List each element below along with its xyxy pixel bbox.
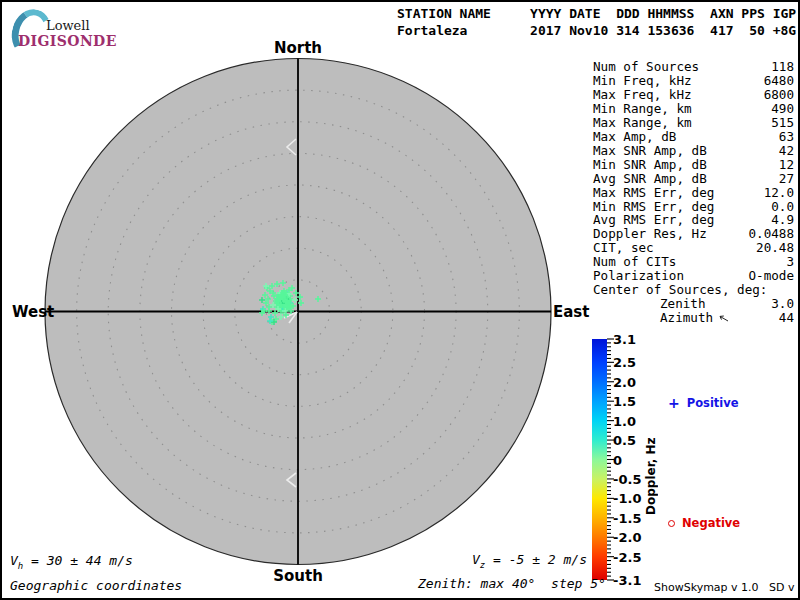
stat-label: Max Freq, kHz	[593, 88, 692, 102]
stat-value: 12	[779, 158, 794, 172]
colorbar-tick-label: -2.0	[613, 530, 641, 545]
stat-row: Center of Sources, deg:	[593, 283, 794, 297]
coordinate-system-label: Geographic coordinates	[10, 578, 182, 593]
legend-negative-label: Negative	[682, 516, 740, 530]
stat-row: Min RMS Err, deg0.0	[593, 200, 794, 214]
stat-row: Num of CITs3	[593, 255, 794, 269]
stat-row: Max Range, km515	[593, 116, 794, 130]
stat-label: Min Freq, kHz	[593, 74, 692, 88]
stat-label: Doppler Res, Hz	[593, 227, 707, 241]
north-label: North	[274, 39, 322, 57]
stat-value: 27	[779, 172, 794, 186]
stat-row: Max RMS Err, deg12.0	[593, 186, 794, 200]
colorbar-title: Doppler, Hz	[644, 390, 658, 515]
stat-value: 3	[786, 255, 794, 269]
stat-value: 0.0488	[749, 227, 795, 241]
stat-value: 4.9	[771, 213, 794, 227]
stat-label: Max SNR Amp, dB	[593, 144, 707, 158]
stat-row: Num of Sources118	[593, 60, 794, 74]
stat-value: 63	[779, 130, 794, 144]
colorbar-tick-label: 0	[613, 452, 622, 467]
plus-icon: +	[668, 398, 680, 408]
vz-var: V	[472, 552, 480, 567]
stat-row: Azimuth44	[593, 311, 794, 325]
stat-row: Max Amp, dB63	[593, 130, 794, 144]
stat-value: O-mode	[749, 269, 795, 283]
stat-value: 6480	[764, 74, 794, 88]
stat-label: Num of Sources	[593, 60, 699, 74]
stat-row: Max SNR Amp, dB42	[593, 144, 794, 158]
stat-label: Min RMS Err, deg	[593, 200, 714, 214]
vh-value: = 30 ± 44 m/s	[23, 553, 133, 568]
stat-label: Center of Sources, deg:	[593, 283, 767, 297]
vh-var: V	[10, 553, 18, 568]
stat-row: Avg SNR Amp, dB27	[593, 172, 794, 186]
stat-row: Max Freq, kHz6800	[593, 88, 794, 102]
colorbar-tick-label: -1.0	[613, 491, 641, 506]
stat-label: Max RMS Err, deg	[593, 186, 714, 200]
colorbar-tick-label: 2.0	[613, 374, 636, 389]
stat-value: 490	[771, 102, 794, 116]
colorbar-tick-label: -2.5	[613, 549, 641, 564]
azimuth-arrow-icon	[717, 314, 729, 323]
stat-row: Doppler Res, Hz0.0488	[593, 227, 794, 241]
colorbar-tick-label: 1.5	[613, 394, 636, 409]
colorbar-tick-label: 3.1	[613, 332, 636, 347]
west-label: West	[12, 303, 54, 321]
stat-value: 6800	[764, 88, 794, 102]
stat-row: Min Freq, kHz6480	[593, 74, 794, 88]
stat-label: Zenith	[660, 297, 706, 311]
stat-value: 20.48	[756, 241, 794, 255]
stat-value: 0.0	[771, 200, 794, 214]
stat-row: Zenith3.0	[593, 297, 794, 311]
colorbar-tick-label: -3.1	[613, 573, 641, 588]
stat-label: Max Range, km	[593, 116, 692, 130]
stat-label: Avg RMS Err, deg	[593, 213, 714, 227]
legend-positive-label: Positive	[687, 396, 739, 410]
stat-label: Num of CITs	[593, 255, 676, 269]
vz-value: = -5 ± 2 m/s	[485, 552, 587, 567]
stat-label: Avg SNR Amp, dB	[593, 172, 707, 186]
stat-value: 118	[771, 60, 794, 74]
stat-value: 42	[779, 144, 794, 158]
stat-value: 44	[779, 311, 794, 325]
stat-value: 12.0	[764, 186, 794, 200]
zenith-range-label: Zenith: max 40° step 5°	[418, 576, 606, 591]
colorbar-tick-label: 2.5	[613, 355, 636, 370]
legend-positive: + Positive	[668, 396, 739, 410]
stat-label: Min Range, km	[593, 102, 692, 116]
south-label: South	[273, 567, 323, 585]
stat-row: Avg RMS Err, deg4.9	[593, 213, 794, 227]
stat-row: Min Range, km490	[593, 102, 794, 116]
colorbar-tick-label: 1.0	[613, 413, 636, 428]
stat-row: PolarizationO-mode	[593, 269, 794, 283]
vertical-velocity-label: Vz = -5 ± 2 m/s	[472, 552, 587, 570]
doppler-colorbar	[592, 339, 607, 580]
colorbar-tick-label: 0.5	[613, 433, 636, 448]
stat-row: CIT, sec20.48	[593, 241, 794, 255]
stat-value: 515	[771, 116, 794, 130]
circle-icon	[668, 520, 675, 527]
stat-row: Min SNR Amp, dB12	[593, 158, 794, 172]
stat-label: Min SNR Amp, dB	[593, 158, 707, 172]
horizontal-velocity-label: Vh = 30 ± 44 m/s	[10, 553, 133, 571]
stat-label: Azimuth	[660, 311, 729, 325]
colorbar-tick-label: -1.5	[613, 510, 641, 525]
colorbar-tick-label: -0.5	[613, 471, 641, 486]
stat-label: Max Amp, dB	[593, 130, 676, 144]
stat-label: Polarization	[593, 269, 684, 283]
east-label: East	[553, 303, 589, 321]
stat-value: 3.0	[771, 297, 794, 311]
stat-label: CIT, sec	[593, 241, 654, 255]
stats-panel: Num of Sources118Min Freq, kHz6480Max Fr…	[593, 60, 794, 325]
version-label: ShowSkymap v 1.0 SD v 5.1	[654, 581, 800, 594]
legend-negative: Negative	[668, 516, 740, 530]
showskymap-window: Lowell DIGISONDE STATION NAME YYYY DATE …	[0, 0, 800, 600]
